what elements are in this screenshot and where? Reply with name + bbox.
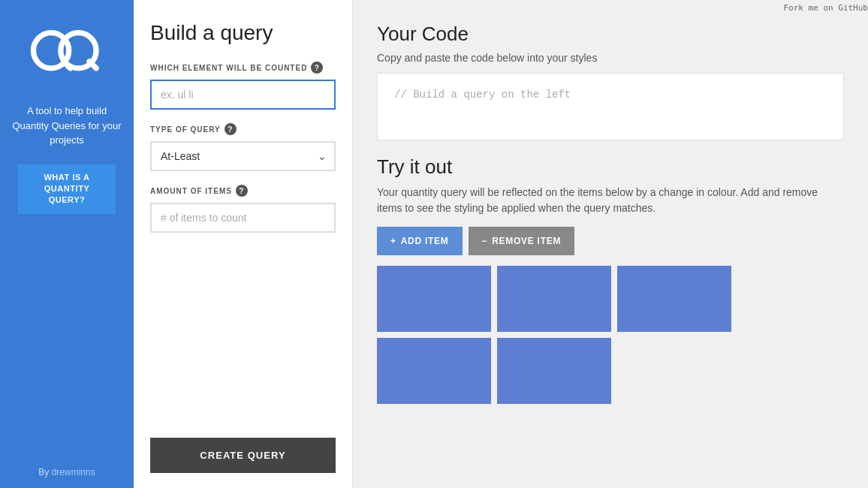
page-title: Build a query [150, 21, 336, 45]
items-grid [377, 266, 844, 404]
list-item [377, 338, 491, 404]
type-help-icon[interactable]: ? [225, 123, 237, 135]
sidebar: A tool to help build Quantity Queries fo… [0, 0, 134, 488]
try-it-subtitle: Your quantity query will be reflected on… [377, 185, 844, 216]
code-output: // Build a query on the left [377, 73, 844, 140]
element-help-icon[interactable]: ? [311, 62, 323, 74]
logo-wrap [29, 15, 104, 90]
sidebar-byline: By drewminns [38, 467, 95, 477]
amount-help-icon[interactable]: ? [236, 185, 248, 197]
list-item [377, 266, 491, 332]
remove-item-label: REMOVE ITEM [492, 236, 561, 246]
element-label: WHICH ELEMENT WILL BE COUNTED ? [150, 62, 336, 74]
type-select-wrap: At-Least At-Most Exactly Between ⌄ [150, 141, 336, 171]
element-input[interactable] [150, 80, 336, 110]
type-select[interactable]: At-Least At-Most Exactly Between [150, 141, 336, 171]
amount-label: AMOUNT OF ITEMS ? [150, 185, 336, 197]
author-link[interactable]: drewminns [52, 467, 95, 477]
list-item [497, 338, 611, 404]
minus-icon: − [482, 236, 488, 246]
type-label: TYPE OF QUERY ? [150, 123, 336, 135]
svg-line-3 [89, 62, 96, 68]
add-item-button[interactable]: + ADD ITEM [377, 227, 463, 255]
by-label: By [38, 467, 49, 477]
try-it-title: Try it out [377, 155, 844, 179]
your-code-title: Your Code [377, 23, 844, 46]
list-item [617, 266, 731, 332]
fork-link[interactable]: Fork me on GitHub [783, 3, 868, 13]
fork-ribbon[interactable]: Fork me on GitHub [783, 0, 868, 14]
sidebar-tagline: A tool to help build Quantity Queries fo… [11, 104, 122, 148]
plus-icon: + [390, 236, 396, 246]
what-is-button[interactable]: WHAT IS A QUANTITY QUERY? [18, 164, 116, 214]
amount-input[interactable] [150, 203, 336, 233]
logo-icon [29, 26, 104, 79]
list-item [497, 266, 611, 332]
try-it-buttons: + ADD ITEM − REMOVE ITEM [377, 227, 844, 255]
build-panel: Build a query WHICH ELEMENT WILL BE COUN… [134, 0, 353, 488]
create-query-button[interactable]: CREATE QUERY [150, 438, 336, 473]
your-code-subtitle: Copy and paste the code below into your … [377, 52, 844, 64]
remove-item-button[interactable]: − REMOVE ITEM [469, 227, 575, 255]
add-item-label: ADD ITEM [401, 236, 449, 246]
right-panel: Your Code Copy and paste the code below … [353, 0, 868, 488]
